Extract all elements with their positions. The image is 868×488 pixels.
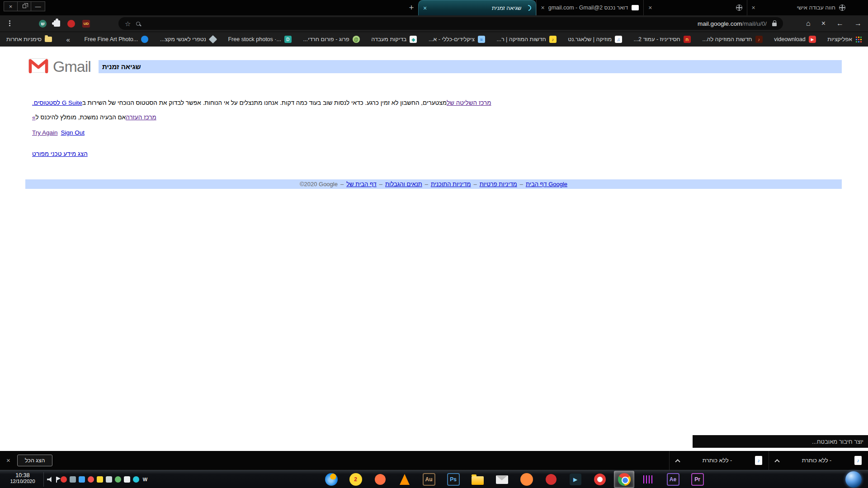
adobe-after-effects-button[interactable]: Ae <box>663 471 683 488</box>
extension-downloader-icon[interactable]: UD <box>82 20 90 28</box>
chevron-up-icon[interactable] <box>774 459 779 464</box>
messenger-icon[interactable] <box>115 476 121 483</box>
tab-close-icon[interactable]: × <box>423 5 427 12</box>
bookmark-item[interactable]: ציקלידים-כללי - א...≈ <box>429 36 485 43</box>
show-all-downloads-button[interactable]: הצג הכל <box>17 455 52 466</box>
footer-link[interactable]: מדיניות התוכנית <box>431 181 471 188</box>
camera-icon[interactable] <box>70 476 76 483</box>
bookmark-item[interactable]: מוזיקה | שלאגר.נט♫ <box>568 36 622 43</box>
bookmark-star-icon[interactable]: ☆ <box>125 20 131 27</box>
extension-puzzle-icon[interactable] <box>54 20 60 27</box>
forward-button[interactable]: → <box>854 19 862 28</box>
media-player-classic-button[interactable]: ▶ <box>565 471 585 488</box>
extension-shin-icon[interactable]: ש <box>39 20 47 28</box>
footer-separator: – <box>379 181 382 188</box>
error-actions: Try Again Sign Out <box>32 129 85 136</box>
volume-icon[interactable] <box>47 477 53 482</box>
footer-link[interactable]: מדיניות פרטיות <box>480 181 517 188</box>
bookmark-item[interactable]: חדשות המוזיקה | ר...♪ <box>496 36 556 43</box>
bookmarks-bar: סימניות אחרות«Free Fine Art Photo...נטפר… <box>0 32 868 47</box>
bookmark-item[interactable]: פרוג - פורום חרדי...@ <box>303 36 359 43</box>
help-center-link[interactable]: מרכז העזרה <box>126 114 156 121</box>
notification-flag-icon[interactable] <box>56 477 58 483</box>
browser-orange-button[interactable] <box>516 471 537 488</box>
search-icon[interactable] <box>136 22 140 26</box>
back-button[interactable]: ← <box>836 19 844 28</box>
antivirus-shield-icon[interactable] <box>88 476 94 483</box>
network-icon[interactable] <box>106 476 112 483</box>
browser-tab[interactable]: ×שגיאה זמנית <box>418 0 536 15</box>
adobe-audition-button[interactable]: Au <box>419 471 439 488</box>
folder-tray-icon[interactable] <box>97 476 103 483</box>
bookmarks-overflow-chevron[interactable]: « <box>63 36 72 43</box>
footer-link[interactable]: דף הבית של <box>346 181 377 188</box>
file-explorer-button[interactable] <box>467 471 488 488</box>
tab-close-icon[interactable]: × <box>752 4 755 11</box>
adobe-premiere-icon: Pr <box>691 473 704 486</box>
start-button[interactable] <box>845 471 862 488</box>
tab-close-icon[interactable]: × <box>541 4 545 11</box>
browser-toolbar: שUD ☆ mail.google.com/mail/u/0/ ⌂ × ← → <box>0 15 868 32</box>
tab-close-icon[interactable]: × <box>648 4 652 11</box>
language-icon[interactable]: W <box>142 476 148 483</box>
hebrew-letter-icon: ח <box>684 36 691 43</box>
new-tab-button[interactable]: + <box>405 1 418 14</box>
bookmark-item[interactable]: videownload▶ <box>774 36 816 43</box>
extension-red-icon[interactable] <box>67 20 75 28</box>
bookmark-item[interactable]: חסידיניוז - עמוד 2...ח <box>634 36 691 43</box>
display-icon[interactable] <box>79 476 85 483</box>
download-filename: ללא כותרת - <box>685 457 750 464</box>
gsuite-status-link[interactable]: G Suite לסטטוסים. <box>32 99 82 106</box>
download-item[interactable]: ללא כותרת -♪ <box>769 451 868 470</box>
technical-info-link[interactable]: הצג מידע טכני מפורט <box>32 150 88 157</box>
sync-icon[interactable] <box>133 476 139 483</box>
footer-link[interactable]: דף הבית Google <box>526 181 567 188</box>
red-utility-button[interactable] <box>541 471 561 488</box>
window-restore-button[interactable] <box>18 2 31 11</box>
bookmark-item[interactable]: Free stock photos ·...D <box>228 36 291 43</box>
bookmark-label: חסידיניוז - עמוד 2... <box>634 36 680 42</box>
bookmark-other-bookmarks[interactable]: סימניות אחרות <box>6 36 52 42</box>
window-minimize-button[interactable]: — <box>31 2 45 11</box>
browser-firefox-button[interactable] <box>321 471 341 488</box>
download-item[interactable]: ללא כותרת -♪ <box>669 451 769 470</box>
sign-out-link[interactable]: Sign Out <box>61 129 85 136</box>
stop-button[interactable]: × <box>821 19 826 28</box>
status-dashboard-link[interactable]: מרכז השליטה של <box>447 99 491 106</box>
taskbar-clock[interactable]: 10:38 12/10/2020 <box>5 472 41 484</box>
home-button[interactable]: ⌂ <box>806 19 811 28</box>
url-path: /mail/u/0/ <box>742 20 767 27</box>
media-player-orange-button[interactable] <box>370 471 390 488</box>
browser-opera-button[interactable] <box>590 471 610 488</box>
shelf-close-icon[interactable]: × <box>6 456 10 464</box>
bookmark-item[interactable]: נטפרי לאנשי מקצ... <box>160 36 217 43</box>
url-text[interactable]: mail.google.com/mail/u/0/ <box>146 20 767 27</box>
usb-icon[interactable] <box>124 476 130 483</box>
audio-editor-button[interactable] <box>638 471 659 488</box>
try-again-link[interactable]: Try Again <box>32 129 58 136</box>
bookmark-item[interactable]: בדיקות מעבדה◆ <box>371 36 417 43</box>
footer-link[interactable]: תנאים והגבלות <box>385 181 422 188</box>
bookmark-label: פרוג - פורום חרדי... <box>303 36 349 42</box>
browser-tab[interactable]: ×דואר נכנס 2@gmail.com - Gmail <box>536 0 644 15</box>
browser-tab[interactable]: × <box>643 0 746 15</box>
vlc-player-button[interactable] <box>394 471 415 488</box>
window-close-button[interactable]: × <box>4 2 18 11</box>
address-bar[interactable]: ☆ mail.google.com/mail/u/0/ <box>118 17 783 30</box>
chevron-up-icon[interactable] <box>675 459 680 464</box>
bookmark-item[interactable]: Free Fine Art Photo... <box>84 36 148 43</box>
adobe-premiere-button[interactable]: Pr <box>687 471 708 488</box>
bookmark-apps[interactable]: אפליקציות <box>827 36 862 42</box>
record-icon[interactable] <box>61 476 67 483</box>
lock-icon[interactable] <box>772 23 777 26</box>
menu-icon[interactable] <box>9 20 10 22</box>
guillemet-link[interactable]: « <box>32 114 36 121</box>
messenger-ball-button[interactable]: 2 <box>345 471 366 488</box>
browser-tab[interactable]: ×חווה עבודה אישי <box>747 0 850 15</box>
bookmark-item[interactable]: חדשות המוזיקה לה...♪ <box>702 36 762 43</box>
mail-client-button[interactable] <box>492 471 512 488</box>
google-chrome-button[interactable] <box>614 471 634 488</box>
extensions-area: שUD <box>39 15 90 32</box>
photo-icon: ≈ <box>478 36 485 43</box>
adobe-photoshop-button[interactable]: Ps <box>443 471 463 488</box>
